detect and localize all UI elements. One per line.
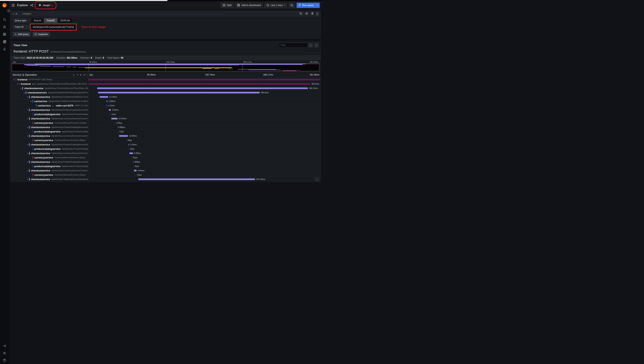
span-tree-cell[interactable]: productcatalogservicehipstershop.Product… (11, 112, 88, 116)
span-duration-bar[interactable] (132, 157, 132, 158)
span-row[interactable]: shippingserviceget-quote (181.98ms)181.9… (11, 182, 320, 182)
span-row[interactable]: checkoutservicehipstershop.CurrencyServi… (11, 151, 320, 156)
span-duration-bar[interactable] (110, 114, 111, 115)
span-timeline-cell[interactable]: 265.8ms (88, 90, 320, 94)
span-duration-bar[interactable] (119, 135, 128, 137)
span-row[interactable]: productcatalogservicehipstershop.Product… (11, 112, 320, 116)
run-query-dropdown[interactable] (316, 3, 320, 8)
query-type-option-search[interactable]: Search (31, 18, 44, 23)
span-duration-bar[interactable] (136, 174, 136, 176)
span-duration-bar[interactable] (128, 144, 129, 146)
span-timeline-cell[interactable]: 4.65ms (88, 168, 320, 172)
span-row[interactable]: currencyserviceCurrencyService/Convert (… (11, 173, 320, 177)
span-tree-cell[interactable]: frontendHTTP POST (381.56ms) (11, 78, 88, 82)
drag-handle-icon[interactable] (317, 12, 318, 15)
span-row[interactable]: checkoutservicehipstershop.ProductCatalo… (11, 142, 320, 147)
span-row[interactable]: productcatalogservicehipstershop.Product… (11, 147, 320, 151)
column-resize-handle[interactable]: ‖ (87, 74, 87, 76)
span-timeline-cell[interactable]: 1.03ms (88, 142, 320, 146)
span-duration-bar[interactable] (129, 148, 129, 150)
span-timeline-cell[interactable]: 181.98ms (88, 182, 320, 182)
span-timeline-cell[interactable]: 13μs (88, 112, 320, 116)
span-row[interactable]: productcatalogservicehipstershop.Product… (11, 130, 320, 134)
span-timeline-cell[interactable]: 886μs (88, 125, 320, 129)
search-icon[interactable] (3, 18, 7, 22)
span-tree-cell[interactable]: cartservicehipstershop.CartService/GetCa… (11, 99, 88, 103)
span-tree-cell[interactable]: checkoutserviceprepareOrderItemsAndShipp… (11, 90, 88, 94)
datasource-picker[interactable]: Jaeger (37, 3, 54, 8)
span-timeline-cell[interactable]: 32μs (88, 164, 320, 168)
span-tree-cell[interactable]: productcatalogservicehipstershop.Product… (11, 147, 88, 151)
span-timeline-cell[interactable]: 10.52ms (88, 116, 320, 120)
span-tree-cell[interactable]: shippingserviceget-quote (181.98ms) (11, 182, 88, 182)
span-timeline-cell[interactable]: 364.6ms (88, 82, 320, 86)
span-duration-bar[interactable] (127, 140, 127, 141)
span-timeline-cell[interactable] (88, 78, 320, 82)
span-row[interactable]: currencyserviceCurrencyService/Convert (… (11, 138, 320, 142)
span-duration-bar[interactable] (129, 152, 133, 154)
collapse-one-icon[interactable] (73, 74, 74, 76)
span-collapse-icon[interactable] (27, 161, 28, 162)
span-tree-cell[interactable]: currencyserviceCurrencyService/Convert (… (11, 156, 88, 160)
span-collapse-icon[interactable] (17, 83, 18, 84)
span-tree-cell[interactable]: checkoutservicehipstershop.CurrencyServi… (11, 116, 88, 120)
span-duration-bar[interactable] (89, 83, 311, 85)
span-duration-bar[interactable] (134, 166, 134, 167)
scroll-to-top-button[interactable]: ↑ (315, 177, 319, 182)
span-row[interactable]: currencyserviceCurrencyService/Convert (… (11, 121, 320, 125)
find-next-button[interactable]: ↓ (308, 43, 313, 48)
query-row-header[interactable]: A (Jaeger) (11, 11, 320, 16)
explore-icon[interactable] (3, 40, 7, 44)
span-row[interactable]: currencyserviceCurrencyService/Convert (… (11, 156, 320, 160)
span-tree-cell[interactable]: checkoutservicehipstershop.ProductCatalo… (11, 142, 88, 146)
span-duration-bar[interactable] (138, 178, 255, 180)
span-timeline-cell[interactable]: 16μs (88, 147, 320, 151)
query-type-option-json-file[interactable]: JSON file (58, 18, 73, 23)
span-collapse-icon[interactable] (27, 118, 28, 119)
span-tree-cell[interactable]: productcatalogservicehipstershop.Product… (11, 130, 88, 134)
span-tree-cell[interactable]: checkoutservicehipstershop.CurrencyServi… (11, 168, 88, 172)
span-timeline-cell[interactable]: 808μs (88, 160, 320, 164)
span-timeline-cell[interactable]: 1.13ms (88, 104, 320, 108)
span-row[interactable]: productcatalogservicehipstershop.Product… (11, 164, 320, 168)
span-collapse-icon[interactable] (20, 88, 22, 89)
span-tree-cell[interactable]: currencyserviceCurrencyService/Convert (… (11, 173, 88, 177)
split-button[interactable]: Split (221, 3, 234, 8)
span-duration-bar[interactable] (111, 118, 118, 120)
span-row[interactable]: checkoutservicehipstershop.CartService/G… (11, 95, 320, 99)
span-duration-bar[interactable] (106, 100, 108, 102)
span-row[interactable]: checkoutservicehipstershop.CurrencyServi… (11, 168, 320, 173)
starred-icon[interactable] (3, 25, 7, 29)
collapse-query-icon[interactable] (13, 13, 14, 14)
span-row[interactable]: checkoutservicehipstershop.ProductCatalo… (11, 160, 320, 164)
span-duration-bar[interactable] (98, 92, 260, 94)
span-row[interactable]: frontendgrpc.hipstershop.CheckoutService… (11, 82, 320, 86)
span-duration-bar[interactable] (134, 170, 137, 172)
add-to-dashboard-button[interactable]: Add to dashboard (235, 3, 263, 8)
span-duration-bar[interactable] (97, 88, 308, 89)
span-collapse-icon[interactable] (14, 79, 15, 80)
delete-query-trash-icon[interactable] (311, 12, 314, 16)
duplicate-query-icon[interactable] (299, 12, 302, 16)
span-tree-cell[interactable]: checkoutservicehipstershop.CurrencyServi… (11, 134, 88, 138)
span-duration-bar[interactable] (118, 126, 119, 128)
span-duration-bar[interactable] (106, 105, 107, 106)
inspector-button[interactable]: i Inspector (33, 32, 50, 36)
span-row[interactable]: checkoutservicehipstershop.CheckoutServi… (11, 86, 320, 90)
span-duration-bar[interactable] (118, 131, 119, 132)
zoom-out-button[interactable] (289, 3, 295, 8)
span-row[interactable]: cartservice→redis-cart:6379HGET (1.13ms)… (11, 104, 320, 108)
span-timeline-cell[interactable]: 6.08ms (88, 151, 320, 155)
span-tree-cell[interactable]: cartservice→redis-cart:6379HGET (1.13ms) (11, 104, 88, 108)
expand-all-icon[interactable] (83, 74, 85, 75)
span-collapse-icon[interactable] (24, 92, 25, 93)
span-row[interactable]: cartservicehipstershop.CartService/GetCa… (11, 99, 320, 104)
span-timeline-cell[interactable]: 14.28ms (88, 95, 320, 99)
query-type-option-traceid[interactable]: TraceID (44, 18, 58, 23)
span-collapse-icon[interactable] (27, 152, 28, 154)
span-tree-cell[interactable]: checkoutservicehipstershop.CurrencyServi… (11, 151, 88, 155)
span-tree-cell[interactable]: checkoutservicehipstershop.ProductCatalo… (11, 108, 88, 112)
trace-minimap[interactable] (12, 63, 319, 71)
span-timeline-cell[interactable]: 28μs (88, 138, 320, 142)
span-timeline-cell[interactable]: 62μs (88, 156, 320, 160)
